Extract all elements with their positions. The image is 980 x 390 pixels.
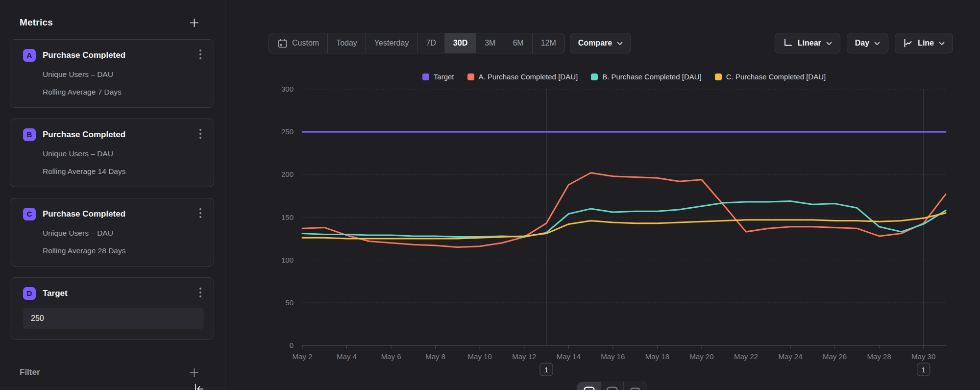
plus-icon [189, 367, 199, 378]
metric-card-d-target: D Target [10, 277, 214, 340]
metric-view-icon [629, 386, 641, 390]
metrics-report-builder: Metrics A Purchase Completed Unique User… [0, 0, 980, 390]
y-axis-tick-label: 300 [281, 85, 294, 93]
x-axis-tick-label: May 24 [778, 352, 802, 361]
x-axis-tick-label: May 2 [293, 352, 313, 361]
kebab-icon [199, 128, 202, 139]
metric-badge-d: D [23, 287, 36, 300]
metric-badge-a: A [23, 49, 36, 62]
add-filter-button[interactable] [187, 366, 201, 380]
metric-measure[interactable]: Unique Users – DAU [43, 228, 204, 239]
x-axis-tick-label: May 4 [337, 352, 357, 361]
x-axis-tick-label: May 6 [381, 352, 401, 361]
x-axis-tick-label: May 16 [601, 352, 625, 361]
y-axis-tick-label: 150 [281, 213, 294, 221]
filter-section-header: Filter [0, 365, 225, 380]
date-range-6m[interactable]: 6M [504, 33, 532, 53]
chart-view-icon [583, 386, 595, 390]
metric-card-a: A Purchase Completed Unique Users – DAU … [10, 39, 214, 108]
chart-display-toggle [577, 382, 647, 390]
metric-transform[interactable]: Rolling Average 14 Days [43, 166, 204, 177]
y-axis-tick-label: 100 [281, 256, 294, 264]
date-range-30d[interactable]: 30D [445, 33, 476, 53]
y-axis-tick-label: 50 [285, 298, 294, 307]
date-range-today[interactable]: Today [328, 33, 366, 53]
metric-card-c: C Purchase Completed Unique Users – DAU … [10, 198, 214, 267]
metric-view-button[interactable] [624, 382, 647, 390]
date-range-control: Custom Today Yesterday 7D 30D 3M 6M 12M [269, 33, 565, 53]
add-metric-button[interactable] [187, 16, 201, 30]
x-axis-tick-label: May 8 [425, 352, 445, 361]
kebab-icon [199, 287, 202, 298]
metric-transform[interactable]: Rolling Average 28 Days [43, 245, 204, 256]
chevron-down-icon [939, 42, 945, 46]
annotation-count: 1 [544, 366, 548, 374]
metric-measure[interactable]: Unique Users – DAU [43, 69, 204, 80]
x-axis-tick-label: May 30 [911, 352, 935, 361]
metric-card-b: B Purchase Completed Unique Users – DAU … [10, 119, 214, 187]
kebab-icon [199, 49, 202, 60]
y-axis-tick-label: 200 [281, 170, 294, 178]
metric-options-button[interactable] [197, 48, 204, 62]
metric-options-button[interactable] [197, 127, 204, 142]
metric-title: Target [43, 289, 197, 298]
series-line-b[interactable] [302, 201, 946, 237]
metric-transform[interactable]: Rolling Average 7 Days [43, 87, 204, 98]
kebab-icon [199, 208, 202, 219]
target-value-input[interactable] [23, 308, 204, 329]
metric-options-button[interactable] [197, 286, 204, 300]
line-chart[interactable]: 050100150200250300May 2May 4May 6May 8Ma… [225, 64, 980, 390]
metrics-sidebar: Metrics A Purchase Completed Unique User… [0, 0, 225, 390]
chart-view-button[interactable] [578, 382, 601, 390]
linear-axis-icon [783, 38, 793, 48]
chevron-down-icon [826, 42, 832, 46]
date-range-12m[interactable]: 12M [533, 33, 564, 53]
x-axis-tick-label: May 26 [823, 352, 847, 361]
metric-title: Purchase Completed [43, 50, 197, 60]
metric-badge-c: C [23, 208, 36, 220]
x-axis-tick-label: May 14 [557, 352, 581, 361]
chart-toolbar: Custom Today Yesterday 7D 30D 3M 6M 12M … [269, 33, 953, 53]
chart-panel: Custom Today Yesterday 7D 30D 3M 6M 12M … [225, 0, 980, 390]
x-axis-tick-label: May 18 [645, 352, 669, 361]
metrics-section-header: Metrics [0, 0, 225, 28]
annotation-count: 1 [922, 366, 926, 374]
date-range-custom[interactable]: Custom [269, 33, 328, 53]
compare-button[interactable]: Compare [570, 33, 631, 53]
chart-type-button[interactable]: Line [895, 33, 953, 53]
table-view-icon [606, 386, 618, 390]
y-axis-tick-label: 0 [290, 341, 294, 349]
y-axis-tick-label: 250 [281, 127, 294, 136]
date-range-yesterday[interactable]: Yesterday [366, 33, 418, 53]
x-axis-tick-label: May 28 [867, 352, 891, 361]
metric-badge-b: B [23, 128, 36, 141]
granularity-button[interactable]: Day [847, 33, 888, 53]
date-range-7d[interactable]: 7D [417, 33, 444, 53]
collapse-sidebar-button[interactable] [192, 382, 206, 390]
line-chart-icon [903, 38, 913, 48]
scale-button[interactable]: Linear [775, 33, 840, 53]
plus-icon [189, 18, 199, 28]
date-range-label: Custom [292, 39, 319, 48]
metrics-section-title: Metrics [20, 17, 53, 28]
calendar-icon [277, 38, 288, 49]
chevron-down-icon [874, 42, 880, 46]
metric-options-button[interactable] [197, 207, 204, 221]
x-axis-tick-label: May 10 [468, 352, 492, 361]
x-axis-tick-label: May 22 [734, 352, 758, 361]
metric-title: Purchase Completed [43, 209, 197, 219]
date-range-3m[interactable]: 3M [476, 33, 504, 53]
x-axis-tick-label: May 12 [512, 352, 536, 361]
x-axis-tick-label: May 20 [689, 352, 713, 361]
metric-measure[interactable]: Unique Users – DAU [43, 148, 204, 159]
filter-section-title: Filter [20, 367, 40, 377]
collapse-left-icon [193, 383, 205, 390]
chevron-down-icon [617, 42, 623, 46]
metric-title: Purchase Completed [43, 130, 197, 140]
table-view-button[interactable] [601, 382, 624, 390]
